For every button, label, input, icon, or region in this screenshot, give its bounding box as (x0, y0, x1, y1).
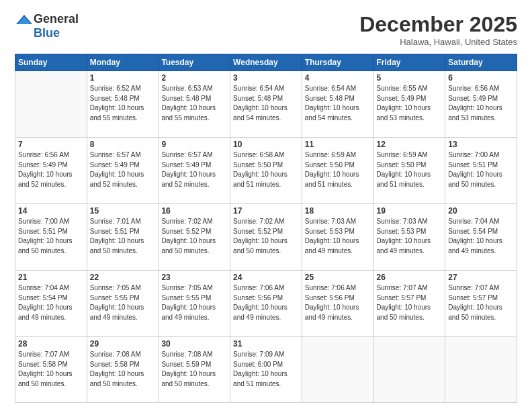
cell-info: Sunrise: 7:03 AM Sunset: 5:53 PM Dayligh… (305, 217, 371, 256)
cell-info: Sunrise: 7:05 AM Sunset: 5:55 PM Dayligh… (90, 283, 156, 322)
calendar-cell: 18Sunrise: 7:03 AM Sunset: 5:53 PM Dayli… (302, 204, 373, 271)
calendar-cell: 24Sunrise: 7:06 AM Sunset: 5:56 PM Dayli… (230, 271, 302, 337)
logo-icon (15, 13, 34, 26)
cell-info: Sunrise: 7:02 AM Sunset: 5:52 PM Dayligh… (233, 217, 299, 256)
cell-info: Sunrise: 7:04 AM Sunset: 5:54 PM Dayligh… (18, 283, 84, 322)
cell-info: Sunrise: 7:06 AM Sunset: 5:56 PM Dayligh… (233, 283, 299, 322)
location: Halawa, Hawaii, United States (359, 37, 517, 47)
cell-info: Sunrise: 7:08 AM Sunset: 5:59 PM Dayligh… (161, 350, 227, 389)
calendar-week-5: 28Sunrise: 7:07 AM Sunset: 5:58 PM Dayli… (15, 337, 517, 403)
cell-info: Sunrise: 6:57 AM Sunset: 5:49 PM Dayligh… (90, 150, 156, 189)
month-title: December 2025 (359, 12, 517, 37)
calendar-week-1: 1Sunrise: 6:52 AM Sunset: 5:48 PM Daylig… (15, 71, 517, 138)
day-number: 11 (305, 140, 371, 149)
cell-info: Sunrise: 7:07 AM Sunset: 5:57 PM Dayligh… (448, 283, 514, 322)
cell-info: Sunrise: 6:56 AM Sunset: 5:49 PM Dayligh… (448, 84, 514, 123)
day-number: 29 (90, 339, 156, 349)
day-number: 8 (90, 140, 156, 149)
day-number: 25 (305, 273, 371, 282)
calendar-cell: 11Sunrise: 6:59 AM Sunset: 5:50 PM Dayli… (302, 138, 373, 204)
day-number: 4 (305, 73, 371, 83)
calendar-cell: 19Sunrise: 7:03 AM Sunset: 5:53 PM Dayli… (373, 204, 445, 271)
cell-info: Sunrise: 7:07 AM Sunset: 5:57 PM Dayligh… (377, 283, 443, 322)
calendar-header-row: SundayMondayTuesdayWednesdayThursdayFrid… (15, 54, 517, 71)
day-number: 12 (377, 140, 443, 149)
calendar-cell: 4Sunrise: 6:54 AM Sunset: 5:48 PM Daylig… (302, 71, 373, 138)
weekday-header-sunday: Sunday (15, 54, 87, 71)
cell-info: Sunrise: 7:09 AM Sunset: 6:00 PM Dayligh… (233, 350, 299, 389)
day-number: 9 (161, 140, 227, 149)
calendar-cell: 22Sunrise: 7:05 AM Sunset: 5:55 PM Dayli… (87, 271, 159, 337)
day-number: 3 (233, 73, 299, 83)
calendar-cell: 25Sunrise: 7:06 AM Sunset: 5:56 PM Dayli… (302, 271, 373, 337)
day-number: 14 (18, 206, 84, 216)
calendar-cell: 26Sunrise: 7:07 AM Sunset: 5:57 PM Dayli… (373, 271, 445, 337)
cell-info: Sunrise: 6:52 AM Sunset: 5:48 PM Dayligh… (90, 84, 156, 123)
calendar-cell: 23Sunrise: 7:05 AM Sunset: 5:55 PM Dayli… (159, 271, 230, 337)
day-number: 1 (90, 73, 156, 83)
day-number: 5 (377, 73, 443, 83)
calendar-cell: 17Sunrise: 7:02 AM Sunset: 5:52 PM Dayli… (230, 204, 302, 271)
day-number: 21 (18, 273, 84, 282)
cell-info: Sunrise: 6:53 AM Sunset: 5:48 PM Dayligh… (161, 84, 227, 123)
calendar-table: SundayMondayTuesdayWednesdayThursdayFrid… (15, 54, 517, 403)
calendar-cell: 28Sunrise: 7:07 AM Sunset: 5:58 PM Dayli… (15, 337, 87, 403)
calendar-cell: 1Sunrise: 6:52 AM Sunset: 5:48 PM Daylig… (87, 71, 159, 138)
cell-info: Sunrise: 7:02 AM Sunset: 5:52 PM Dayligh… (161, 217, 227, 256)
day-number: 6 (448, 73, 514, 83)
calendar-cell: 7Sunrise: 6:56 AM Sunset: 5:49 PM Daylig… (15, 138, 87, 204)
calendar-week-4: 21Sunrise: 7:04 AM Sunset: 5:54 PM Dayli… (15, 271, 517, 337)
logo-blue-text: Blue (34, 26, 60, 40)
calendar-cell: 3Sunrise: 6:54 AM Sunset: 5:48 PM Daylig… (230, 71, 302, 138)
calendar-cell (15, 71, 87, 138)
logo: General Blue (15, 12, 79, 40)
calendar-cell: 29Sunrise: 7:08 AM Sunset: 5:58 PM Dayli… (87, 337, 159, 403)
calendar-cell: 9Sunrise: 6:57 AM Sunset: 5:49 PM Daylig… (159, 138, 230, 204)
calendar-cell: 12Sunrise: 6:59 AM Sunset: 5:50 PM Dayli… (373, 138, 445, 204)
logo-general: General (34, 12, 79, 26)
cell-info: Sunrise: 7:07 AM Sunset: 5:58 PM Dayligh… (18, 350, 84, 389)
cell-info: Sunrise: 7:08 AM Sunset: 5:58 PM Dayligh… (90, 350, 156, 389)
cell-info: Sunrise: 6:54 AM Sunset: 5:48 PM Dayligh… (305, 84, 371, 123)
day-number: 28 (18, 339, 84, 349)
calendar-week-2: 7Sunrise: 6:56 AM Sunset: 5:49 PM Daylig… (15, 138, 517, 204)
day-number: 7 (18, 140, 84, 149)
cell-info: Sunrise: 6:58 AM Sunset: 5:50 PM Dayligh… (233, 150, 299, 189)
cell-info: Sunrise: 6:54 AM Sunset: 5:48 PM Dayligh… (233, 84, 299, 123)
cell-info: Sunrise: 6:59 AM Sunset: 5:50 PM Dayligh… (305, 150, 371, 189)
day-number: 30 (161, 339, 227, 349)
cell-info: Sunrise: 7:06 AM Sunset: 5:56 PM Dayligh… (305, 283, 371, 322)
calendar-cell: 20Sunrise: 7:04 AM Sunset: 5:54 PM Dayli… (445, 204, 517, 271)
cell-info: Sunrise: 6:57 AM Sunset: 5:49 PM Dayligh… (161, 150, 227, 189)
weekday-header-saturday: Saturday (445, 54, 517, 71)
calendar-cell: 30Sunrise: 7:08 AM Sunset: 5:59 PM Dayli… (159, 337, 230, 403)
page: General Blue December 2025 Halawa, Hawai… (0, 0, 532, 411)
calendar-cell: 21Sunrise: 7:04 AM Sunset: 5:54 PM Dayli… (15, 271, 87, 337)
calendar-cell: 6Sunrise: 6:56 AM Sunset: 5:49 PM Daylig… (445, 71, 517, 138)
cell-info: Sunrise: 7:00 AM Sunset: 5:51 PM Dayligh… (18, 217, 84, 256)
weekday-header-monday: Monday (87, 54, 159, 71)
day-number: 15 (90, 206, 156, 216)
day-number: 22 (90, 273, 156, 282)
day-number: 17 (233, 206, 299, 216)
calendar-cell: 15Sunrise: 7:01 AM Sunset: 5:51 PM Dayli… (87, 204, 159, 271)
cell-info: Sunrise: 7:04 AM Sunset: 5:54 PM Dayligh… (448, 217, 514, 256)
day-number: 19 (377, 206, 443, 216)
day-number: 27 (448, 273, 514, 282)
day-number: 10 (233, 140, 299, 149)
cell-info: Sunrise: 7:03 AM Sunset: 5:53 PM Dayligh… (377, 217, 443, 256)
weekday-header-thursday: Thursday (302, 54, 373, 71)
calendar-cell: 16Sunrise: 7:02 AM Sunset: 5:52 PM Dayli… (159, 204, 230, 271)
cell-info: Sunrise: 6:59 AM Sunset: 5:50 PM Dayligh… (377, 150, 443, 189)
calendar-cell: 31Sunrise: 7:09 AM Sunset: 6:00 PM Dayli… (230, 337, 302, 403)
calendar-cell: 10Sunrise: 6:58 AM Sunset: 5:50 PM Dayli… (230, 138, 302, 204)
calendar-cell: 13Sunrise: 7:00 AM Sunset: 5:51 PM Dayli… (445, 138, 517, 204)
cell-info: Sunrise: 6:55 AM Sunset: 5:49 PM Dayligh… (377, 84, 443, 123)
calendar-week-3: 14Sunrise: 7:00 AM Sunset: 5:51 PM Dayli… (15, 204, 517, 271)
cell-info: Sunrise: 7:00 AM Sunset: 5:51 PM Dayligh… (448, 150, 514, 189)
cell-info: Sunrise: 7:05 AM Sunset: 5:55 PM Dayligh… (161, 283, 227, 322)
calendar-cell (445, 337, 517, 403)
day-number: 13 (448, 140, 514, 149)
calendar-cell: 14Sunrise: 7:00 AM Sunset: 5:51 PM Dayli… (15, 204, 87, 271)
day-number: 24 (233, 273, 299, 282)
